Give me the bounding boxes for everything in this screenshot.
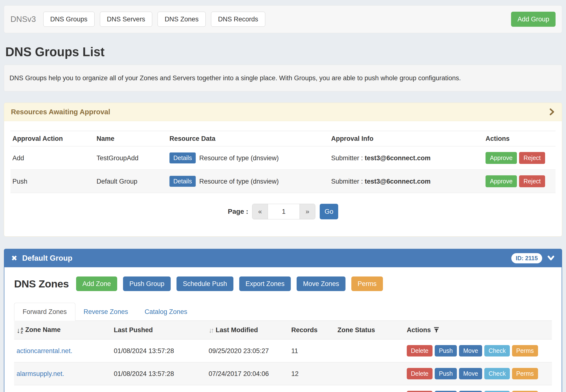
export-zones-button[interactable]: Export Zones [239, 277, 291, 291]
zone-name-link[interactable]: actioncarrental.net. [16, 347, 72, 355]
last-pushed-cell: 01/08/2024 13:57:35 [111, 385, 206, 392]
group-panel-title: Default Group [22, 254, 72, 263]
group-panel-body: DNS Zones Add Zone Push Group Schedule P… [4, 267, 562, 392]
col-approval-action: Approval Action [11, 131, 95, 146]
approve-button[interactable]: Approve [485, 152, 517, 164]
next-page-button[interactable]: » [300, 204, 315, 219]
approval-actions-cell: ApproveReject [483, 146, 555, 170]
zone-row: alarmsupply.net. 01/08/2024 13:57:28 07/… [14, 362, 552, 385]
perms-zone-button[interactable]: Perms [512, 345, 538, 356]
nav-dns-groups-button[interactable]: DNS Groups [43, 12, 95, 27]
last-pushed-cell: 01/08/2024 13:57:28 [111, 339, 206, 362]
zones-header: DNS Zones Add Zone Push Group Schedule P… [14, 277, 552, 291]
records-cell: 9 [289, 385, 335, 392]
move-zone-button[interactable]: Move [459, 391, 482, 392]
details-button[interactable]: Details [169, 176, 196, 187]
nav-dns-records-button[interactable]: DNS Records [211, 12, 265, 27]
submitter-email: test3@6connect.com [365, 154, 431, 162]
nav-dns-zones-button[interactable]: DNS Zones [158, 12, 206, 27]
sort-both-icon[interactable]: ↓↑ [209, 326, 213, 334]
push-zone-button[interactable]: Push [435, 391, 457, 392]
group-panel: ✖ Default Group ID: 2115 DNS Zones Add Z… [4, 249, 562, 392]
group-panel-header: ✖ Default Group ID: 2115 [4, 249, 562, 267]
approval-info-cell: Submitter : test3@6connect.com [329, 170, 483, 193]
top-navbar: DNSv3 DNS Groups DNS Servers DNS Zones D… [4, 5, 562, 33]
records-cell: 12 [289, 362, 335, 385]
zone-actions-cell: DeletePushMoveCheckPerms [404, 385, 552, 392]
prev-page-button[interactable]: « [252, 204, 268, 219]
zone-actions-cell: DeletePushMoveCheckPerms [404, 339, 552, 362]
delete-zone-button[interactable]: Delete [407, 391, 432, 392]
chevron-right-icon[interactable] [549, 108, 555, 115]
delete-zone-button[interactable]: Delete [407, 368, 432, 379]
tab-catalog-zones[interactable]: Catalog Zones [136, 303, 196, 321]
add-zone-button[interactable]: Add Zone [76, 277, 117, 291]
app-brand: DNSv3 [11, 14, 36, 24]
col-zone-status: Zone Status [335, 321, 404, 339]
push-zone-button[interactable]: Push [435, 345, 457, 356]
col-last-modified: ↓↑Last Modified [206, 321, 289, 339]
zone-row: allvalleyas.com. 01/08/2024 13:57:35 01/… [14, 385, 552, 392]
details-button[interactable]: Details [169, 153, 196, 163]
chevron-down-icon[interactable] [547, 255, 555, 261]
push-zone-button[interactable]: Push [435, 368, 457, 379]
approval-panel-title: Resources Awaiting Approval [11, 108, 110, 116]
tab-forward-zones[interactable]: Forward Zones [14, 303, 75, 321]
records-cell: 11 [289, 339, 335, 362]
approval-name-cell: Default Group [95, 170, 167, 193]
delete-zone-button[interactable]: Delete [407, 345, 432, 356]
page-label: Page : [228, 208, 248, 215]
move-zone-button[interactable]: Move [459, 345, 482, 356]
perms-zone-button[interactable]: Perms [512, 391, 538, 392]
move-zone-button[interactable]: Move [459, 368, 482, 379]
schedule-push-button[interactable]: Schedule Push [177, 277, 234, 291]
check-zone-button[interactable]: Check [484, 345, 510, 356]
perms-zone-button[interactable]: Perms [512, 368, 538, 379]
zone-status-cell [335, 339, 404, 362]
col-resource-data: Resource Data [167, 131, 329, 146]
approve-button[interactable]: Approve [485, 175, 517, 187]
push-group-button[interactable]: Push Group [123, 277, 171, 291]
approval-panel-body: Approval Action Name Resource Data Appro… [4, 121, 562, 236]
sort-alpha-icon[interactable]: ↓AZ [16, 327, 23, 334]
page-input-group: « » [252, 204, 315, 219]
zone-status-cell [335, 362, 404, 385]
zones-table-header-row: ↓AZZone Name Last Pushed ↓↑Last Modified… [14, 321, 552, 339]
check-zone-button[interactable]: Check [484, 391, 510, 392]
zone-name-link[interactable]: alarmsupply.net. [16, 370, 64, 378]
submitter-label: Submitter : [331, 178, 363, 185]
zone-actions-cell: DeletePushMoveCheckPerms [404, 362, 552, 385]
last-pushed-cell: 01/08/2024 13:57:28 [111, 362, 206, 385]
page-number-input[interactable] [268, 204, 300, 219]
filter-icon[interactable] [433, 327, 440, 333]
add-group-button[interactable]: Add Group [511, 12, 555, 27]
page: DNSv3 DNS Groups DNS Servers DNS Zones D… [0, 0, 566, 392]
pagination: Page : « » Go [11, 204, 555, 219]
col-zone-actions: Actions [404, 321, 552, 339]
approval-action-cell: Push [11, 170, 95, 193]
go-button[interactable]: Go [320, 204, 338, 219]
move-zones-button[interactable]: Move Zones [297, 277, 345, 291]
approval-action-cell: Add [11, 146, 95, 170]
approval-table: Approval Action Name Resource Data Appro… [11, 131, 555, 193]
reject-button[interactable]: Reject [519, 175, 545, 187]
check-zone-button[interactable]: Check [484, 368, 510, 379]
last-modified-cell: 01/03/2024 19:10:17 [206, 385, 289, 392]
zone-row: actioncarrental.net. 01/08/2024 13:57:28… [14, 339, 552, 362]
approval-info-cell: Submitter : test3@6connect.com [329, 146, 483, 170]
zones-tabs: Forward Zones Reverse Zones Catalog Zone… [14, 303, 552, 321]
approval-panel-header: Resources Awaiting Approval [4, 103, 562, 121]
close-icon[interactable]: ✖ [11, 255, 17, 262]
perms-button[interactable]: Perms [351, 277, 383, 291]
resource-data-cell: Details Resource of type (dnsview) [167, 170, 329, 193]
reject-button[interactable]: Reject [519, 152, 545, 164]
resource-data-cell: Details Resource of type (dnsview) [167, 146, 329, 170]
last-modified-cell: 07/24/2017 20:04:06 [206, 362, 289, 385]
approval-panel: Resources Awaiting Approval Approval Act… [4, 103, 562, 237]
approval-table-header-row: Approval Action Name Resource Data Appro… [11, 131, 555, 146]
nav-dns-servers-button[interactable]: DNS Servers [100, 12, 152, 27]
page-description: DNS Groups help you to organize all of y… [4, 65, 562, 91]
col-approval-info: Approval Info [329, 131, 483, 146]
tab-reverse-zones[interactable]: Reverse Zones [75, 303, 136, 321]
zone-status-cell [335, 385, 404, 392]
